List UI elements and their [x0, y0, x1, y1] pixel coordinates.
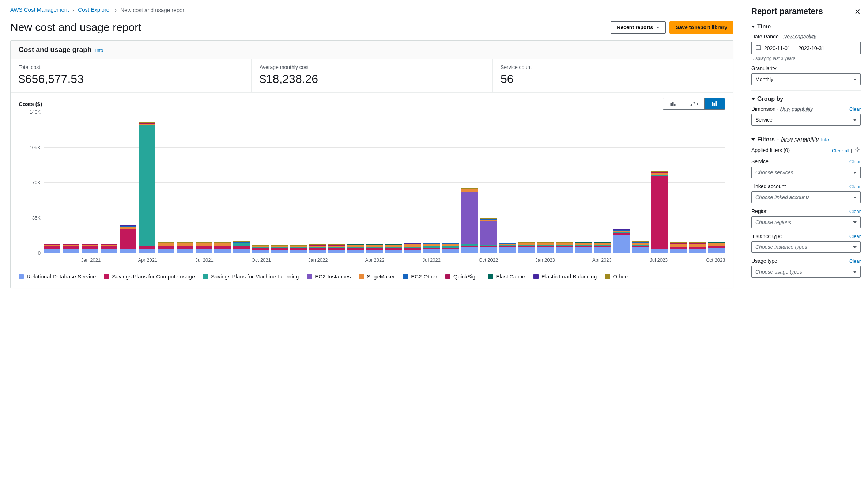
bar-column[interactable] [347, 244, 364, 253]
bar-column[interactable] [632, 241, 649, 253]
bar-column[interactable] [480, 218, 497, 253]
chart-type-stacked[interactable] [704, 98, 725, 109]
clear-filter-link[interactable]: Clear [849, 209, 861, 214]
clear-filter-link[interactable]: Clear [849, 159, 861, 164]
bar-segment [689, 244, 706, 247]
bar-column[interactable] [708, 242, 725, 253]
bar-column[interactable] [366, 244, 383, 253]
granularity-select[interactable]: Monthly [751, 73, 861, 85]
legend-item[interactable]: Relational Database Service [19, 273, 96, 280]
bar-column[interactable] [271, 245, 288, 253]
bar-segment [670, 249, 687, 253]
section-time[interactable]: Time [751, 23, 861, 30]
bar-column[interactable] [82, 244, 98, 253]
filter-select[interactable]: Choose instance types [751, 241, 861, 253]
date-range-input[interactable]: 2020-11-01 — 2023-10-31 [751, 42, 861, 54]
section-filters[interactable]: Filters - New capability Info [751, 136, 861, 143]
bar-column[interactable] [139, 122, 155, 253]
total-cost-label: Total cost [19, 64, 243, 70]
save-to-library-button[interactable]: Save to report library [669, 21, 733, 34]
bar-column[interactable] [594, 242, 611, 253]
bar-column[interactable] [214, 242, 231, 253]
bar-segment [196, 246, 212, 249]
bar-column[interactable] [158, 242, 174, 253]
legend-item[interactable]: QuickSight [445, 273, 480, 280]
bar-column[interactable] [651, 171, 668, 253]
bar-segment [63, 249, 79, 253]
svg-point-3 [691, 104, 692, 106]
bar-column[interactable] [233, 241, 250, 253]
recent-reports-button[interactable]: Recent reports [611, 21, 666, 34]
bar-column[interactable] [309, 244, 326, 253]
filter-select[interactable]: Choose services [751, 167, 861, 178]
bar-segment [196, 249, 212, 253]
bar-column[interactable] [196, 242, 212, 253]
legend-swatch [605, 274, 610, 279]
bar-column[interactable] [670, 242, 687, 253]
filter-select[interactable]: Choose usage types [751, 266, 861, 278]
bar-column[interactable] [252, 245, 269, 253]
section-time-label: Time [757, 23, 771, 30]
filter-label: Linked account [751, 183, 786, 189]
legend-item[interactable]: EC2-Other [403, 273, 437, 280]
bar-column[interactable] [537, 242, 554, 253]
bar-column[interactable] [177, 242, 193, 253]
filter-select[interactable]: Choose linked accounts [751, 191, 861, 203]
bar-column[interactable] [461, 188, 478, 253]
filters-info-link[interactable]: Info [821, 137, 829, 142]
bar-segment [423, 244, 440, 246]
bar-column[interactable] [385, 244, 402, 253]
dimension-select[interactable]: Service [751, 114, 861, 126]
bar-column[interactable] [689, 242, 706, 253]
caret-down-icon [853, 246, 857, 248]
bar-column[interactable] [120, 225, 136, 253]
bar-column[interactable] [44, 244, 60, 253]
bar-segment [214, 249, 231, 253]
bar-column[interactable] [290, 245, 307, 253]
bar-column[interactable] [63, 244, 79, 253]
legend-item[interactable]: Others [605, 273, 629, 280]
bar-column[interactable] [328, 244, 345, 253]
bar-column[interactable] [101, 244, 117, 253]
bar-column[interactable] [556, 242, 573, 253]
legend-item[interactable]: SageMaker [359, 273, 395, 280]
clear-filter-link[interactable]: Clear [849, 258, 861, 264]
clear-filter-link[interactable]: Clear [849, 184, 861, 189]
bar-segment [461, 192, 478, 244]
clear-dimension-link[interactable]: Clear [849, 106, 861, 112]
bar-column[interactable] [499, 243, 516, 253]
bar-column[interactable] [423, 243, 440, 253]
gear-icon[interactable] [855, 148, 861, 153]
caret-down-icon [751, 98, 755, 100]
filter-select[interactable]: Choose regions [751, 216, 861, 228]
chart-type-bar[interactable] [663, 98, 684, 109]
legend-item[interactable]: Savings Plans for Compute usage [104, 273, 195, 280]
bar-segment [556, 247, 573, 253]
chart-type-line[interactable] [684, 98, 704, 109]
bar-column[interactable] [575, 242, 592, 253]
bar-segment [82, 249, 98, 253]
bar-column[interactable] [613, 229, 630, 253]
legend-item[interactable]: Elastic Load Balancing [533, 273, 597, 280]
breadcrumb-item[interactable]: Cost Explorer [78, 7, 111, 13]
legend-item[interactable]: ElastiCache [488, 273, 525, 280]
y-tick: 35K [32, 215, 41, 220]
clear-all-link[interactable]: Clear all [832, 148, 852, 153]
bar-segment [499, 247, 516, 253]
bar-column[interactable] [404, 243, 421, 253]
breadcrumb-item[interactable]: AWS Cost Management [10, 7, 69, 13]
info-link[interactable]: Info [95, 48, 103, 53]
x-tick: Jul 2022 [423, 257, 441, 263]
caret-down-icon [853, 172, 857, 174]
close-icon[interactable]: ✕ [854, 7, 861, 16]
bar-segment [366, 250, 383, 253]
clear-filter-link[interactable]: Clear [849, 233, 861, 239]
section-groupby[interactable]: Group by [751, 96, 861, 102]
bar-column[interactable] [518, 242, 535, 253]
legend-item[interactable]: Savings Plans for Machine Learning [203, 273, 299, 280]
bar-column[interactable] [442, 243, 459, 253]
bar-segment [442, 244, 459, 246]
dimension-value: Service [755, 117, 773, 123]
legend-item[interactable]: EC2-Instances [307, 273, 351, 280]
legend-swatch [307, 274, 312, 279]
